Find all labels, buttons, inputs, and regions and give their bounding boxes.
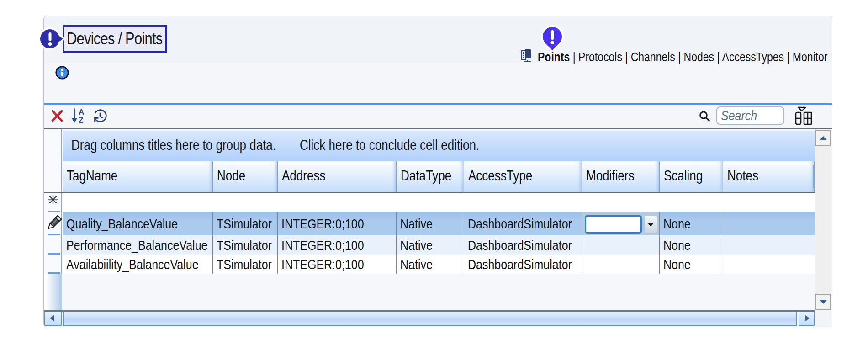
svg-text:Z: Z [79,116,83,125]
svg-text:A: A [79,108,84,117]
